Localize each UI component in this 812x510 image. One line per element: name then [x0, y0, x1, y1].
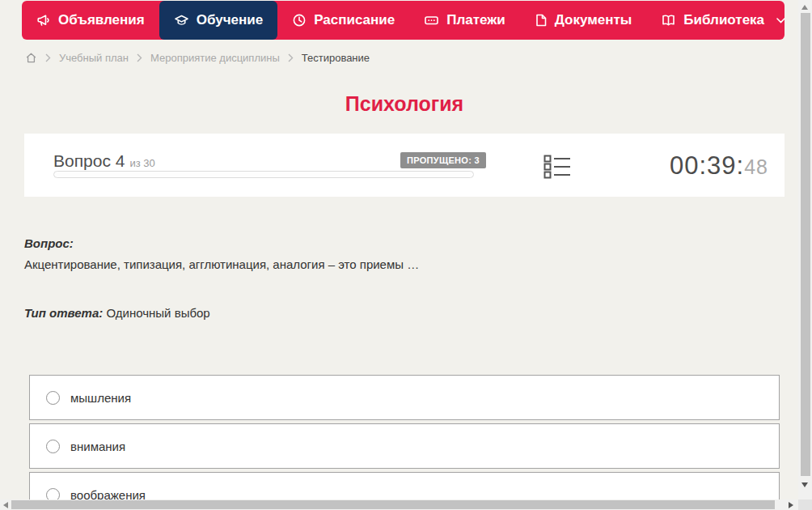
- answer-option-thinking[interactable]: мышления: [29, 375, 780, 420]
- document-icon: [535, 13, 548, 28]
- breadcrumb-item-testing: Тестирование: [302, 52, 370, 64]
- quiz-page: Объявления Обучение Расписание Платежи: [0, 0, 812, 510]
- horizontal-scrollbar-thumb[interactable]: [11, 500, 775, 509]
- question-heading: Вопрос:: [24, 236, 74, 250]
- scroll-down-arrow-icon[interactable]: [801, 482, 808, 487]
- question-number: Вопрос 4из 30: [53, 151, 155, 171]
- banknote-icon: [424, 13, 439, 28]
- page-title: Психология: [0, 92, 809, 116]
- nav-item-schedule[interactable]: Расписание: [277, 1, 409, 40]
- graduation-cap-icon: [174, 13, 189, 28]
- question-card: Вопрос 4из 30 ПРОПУЩЕНО: 3 00:39:48: [24, 134, 785, 197]
- vertical-scrollbar-thumb[interactable]: [801, 13, 810, 476]
- answer-option-label: внимания: [70, 440, 125, 453]
- question-progress-bar: [53, 171, 474, 178]
- question-of-label: из 30: [129, 157, 154, 169]
- breadcrumb-item-discipline-event[interactable]: Мероприятие дисциплины: [150, 52, 280, 64]
- chevron-right-icon: [45, 53, 51, 62]
- nav-label: Библиотека: [683, 12, 764, 28]
- skipped-badge: ПРОПУЩЕНО: 3: [400, 152, 486, 168]
- chevron-down-icon: [776, 18, 785, 23]
- timer-seconds: 48: [744, 155, 768, 178]
- nav-label: Расписание: [314, 12, 395, 28]
- question-text: Акцентирование, типизация, агглютинация,…: [24, 257, 752, 271]
- radio-button-icon[interactable]: [46, 391, 60, 405]
- nav-item-announcements[interactable]: Объявления: [22, 1, 159, 40]
- breadcrumb-item-study-plan[interactable]: Учебный план: [59, 52, 129, 64]
- question-number-label: Вопрос 4: [53, 151, 125, 170]
- nav-label: Платежи: [446, 12, 505, 28]
- answer-type-line: Тип ответа: Одиночный выбор: [24, 306, 210, 320]
- nav-item-payments[interactable]: Платежи: [409, 1, 520, 40]
- nav-item-library[interactable]: Библиотека: [646, 1, 800, 40]
- radio-button-icon[interactable]: [46, 440, 60, 453]
- answer-type-value: Одиночный выбор: [106, 306, 209, 320]
- horizontal-scrollbar[interactable]: [0, 499, 798, 510]
- question-list-icon[interactable]: [543, 154, 571, 180]
- timer: 00:39:48: [670, 151, 768, 181]
- vertical-scrollbar[interactable]: [798, 0, 812, 499]
- timer-hours-minutes: 00:39:: [670, 151, 744, 180]
- scroll-up-arrow-icon[interactable]: [801, 5, 808, 10]
- chevron-right-icon: [137, 53, 142, 62]
- scroll-left-arrow-icon[interactable]: [3, 502, 8, 508]
- chevron-right-icon: [288, 53, 294, 62]
- top-navbar: Объявления Обучение Расписание Платежи: [22, 1, 785, 40]
- book-icon: [661, 13, 676, 28]
- answer-option-attention[interactable]: внимания: [29, 423, 780, 469]
- scrollbar-corner: [798, 499, 812, 510]
- nav-label: Документы: [555, 12, 632, 28]
- home-icon[interactable]: [25, 52, 37, 64]
- nav-label: Объявления: [58, 12, 145, 28]
- answer-option-label: мышления: [70, 391, 131, 405]
- megaphone-icon: [36, 13, 51, 28]
- breadcrumb: Учебный план Мероприятие дисциплины Тест…: [25, 52, 370, 64]
- nav-item-documents[interactable]: Документы: [520, 1, 647, 40]
- nav-label: Обучение: [197, 12, 263, 28]
- nav-item-learning[interactable]: Обучение: [159, 1, 277, 40]
- scroll-right-arrow-icon[interactable]: [789, 502, 793, 508]
- answer-type-label: Тип ответа:: [24, 306, 103, 320]
- clock-icon: [292, 13, 307, 28]
